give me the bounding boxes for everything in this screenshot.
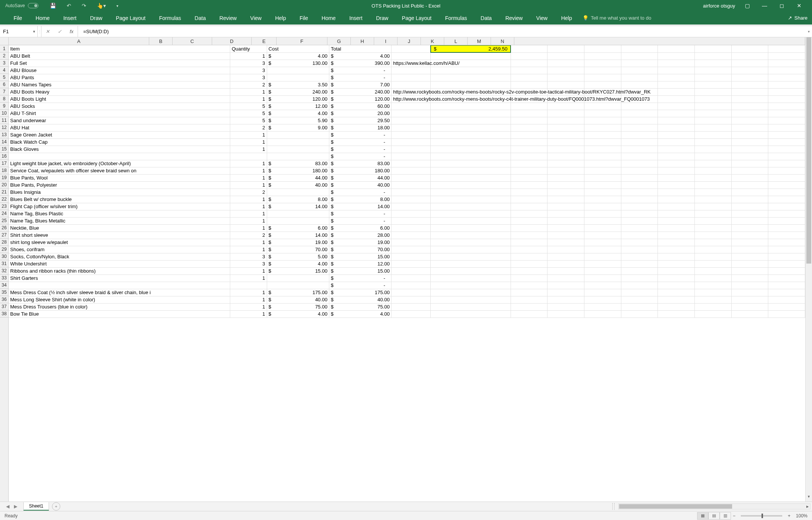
cell-G36[interactable] (511, 296, 547, 303)
cell-C32[interactable]: $15.00 (267, 267, 329, 275)
cell-L2[interactable] (695, 52, 732, 60)
tab-file[interactable]: File (293, 11, 315, 25)
cell-I21[interactable] (584, 189, 621, 196)
cell-N12[interactable] (768, 124, 805, 131)
cell-F24[interactable] (431, 210, 511, 217)
column-header-K[interactable]: K (421, 37, 444, 45)
cell-B1[interactable]: Quantity (230, 45, 267, 52)
cell-C10[interactable]: $4.00 (267, 110, 329, 117)
cell-E10[interactable] (391, 110, 431, 117)
cell-K25[interactable] (658, 217, 695, 224)
row-header-36[interactable]: 36 (0, 296, 8, 303)
cell-N24[interactable] (768, 210, 805, 217)
cell-M7[interactable] (731, 88, 768, 95)
cell-H30[interactable] (547, 253, 584, 260)
cell-I6[interactable] (584, 81, 621, 88)
cell-A10[interactable]: ABU T-Shirt (9, 110, 230, 117)
cell-E22[interactable] (391, 196, 431, 203)
row-header-21[interactable]: 21 (0, 189, 8, 196)
cell-N21[interactable] (768, 189, 805, 196)
cell-K21[interactable] (658, 189, 695, 196)
cell-H21[interactable] (547, 189, 584, 196)
cell-G26[interactable] (511, 224, 547, 232)
cell-C18[interactable]: $180.00 (267, 167, 329, 174)
cell-K14[interactable] (658, 138, 695, 146)
cell-M28[interactable] (731, 239, 768, 246)
cell-D37[interactable]: $75.00 (329, 303, 391, 310)
row-header-2[interactable]: 2 (0, 52, 8, 60)
cell-G4[interactable] (511, 67, 547, 74)
cell-K32[interactable] (658, 267, 695, 275)
cell-E7[interactable]: http://www.rockyboots.com/rocky-mens-boo… (391, 88, 431, 95)
cell-I14[interactable] (584, 138, 621, 146)
cell-H11[interactable] (547, 117, 584, 124)
cell-I19[interactable] (584, 174, 621, 181)
row-header-14[interactable]: 14 (0, 138, 8, 146)
cell-I22[interactable] (584, 196, 621, 203)
vscroll-thumb[interactable] (806, 37, 811, 264)
cell-L35[interactable] (695, 289, 732, 296)
cell-M23[interactable] (731, 203, 768, 210)
cell-C33[interactable] (267, 275, 329, 282)
cancel-formula-icon[interactable]: ✕ (41, 29, 54, 34)
cell-E16[interactable] (391, 153, 431, 160)
cell-C27[interactable]: $14.00 (267, 232, 329, 239)
cell-K27[interactable] (658, 232, 695, 239)
cell-B12[interactable]: 2 (230, 124, 267, 131)
cell-C1[interactable]: Cost (267, 45, 329, 52)
cell-D26[interactable]: $6.00 (329, 224, 391, 232)
cell-N31[interactable] (768, 260, 805, 267)
tab-page-layout[interactable]: Page Layout (109, 11, 153, 25)
enter-formula-icon[interactable]: ✓ (54, 29, 66, 34)
cell-B16[interactable] (230, 153, 267, 160)
cell-A32[interactable]: Ribbons and ribbon racks (thin ribbons) (9, 267, 230, 275)
cell-N18[interactable] (768, 167, 805, 174)
sheet-nav-prev-icon[interactable]: ◀ (5, 504, 11, 509)
cell-D29[interactable]: $70.00 (329, 246, 391, 253)
cell-E2[interactable] (391, 52, 431, 60)
cell-B15[interactable]: 1 (230, 146, 267, 153)
cell-H19[interactable] (547, 174, 584, 181)
cell-L33[interactable] (695, 275, 732, 282)
cell-J18[interactable] (621, 167, 658, 174)
cell-I29[interactable] (584, 246, 621, 253)
cell-H29[interactable] (547, 246, 584, 253)
cell-I25[interactable] (584, 217, 621, 224)
cell-M29[interactable] (731, 246, 768, 253)
cell-C2[interactable]: $4.00 (267, 52, 329, 60)
cell-N27[interactable] (768, 232, 805, 239)
cell-G6[interactable] (511, 81, 547, 88)
cell-B23[interactable]: 1 (230, 203, 267, 210)
cell-G27[interactable] (511, 232, 547, 239)
cell-G35[interactable] (511, 289, 547, 296)
cell-L34[interactable] (695, 282, 732, 289)
cell-A6[interactable]: ABU Names Tapes (9, 81, 230, 88)
cell-K34[interactable] (658, 282, 695, 289)
cell-B31[interactable]: 3 (230, 260, 267, 267)
cell-I18[interactable] (584, 167, 621, 174)
cell-D6[interactable]: $7.00 (329, 81, 391, 88)
cell-G23[interactable] (511, 203, 547, 210)
cell-M33[interactable] (731, 275, 768, 282)
cell-E37[interactable] (391, 303, 431, 310)
cell-M6[interactable] (731, 81, 768, 88)
cell-G17[interactable] (511, 160, 547, 167)
cell-H38[interactable] (547, 310, 584, 318)
cell-I37[interactable] (584, 303, 621, 310)
cell-J16[interactable] (621, 153, 658, 160)
cell-H14[interactable] (547, 138, 584, 146)
cell-I34[interactable] (584, 282, 621, 289)
cell-G24[interactable] (511, 210, 547, 217)
cell-M24[interactable] (731, 210, 768, 217)
cell-L30[interactable] (695, 253, 732, 260)
cell-G21[interactable] (511, 189, 547, 196)
cell-D5[interactable]: $- (329, 74, 391, 81)
cell-B4[interactable]: 3 (230, 67, 267, 74)
cell-H1[interactable] (547, 45, 584, 52)
cell-C14[interactable] (267, 138, 329, 146)
cell-A18[interactable]: Service Coat, w/epaulets with officer sl… (9, 167, 230, 174)
cell-H35[interactable] (547, 289, 584, 296)
cell-F29[interactable] (431, 246, 511, 253)
cell-D4[interactable]: $- (329, 67, 391, 74)
cell-H17[interactable] (547, 160, 584, 167)
